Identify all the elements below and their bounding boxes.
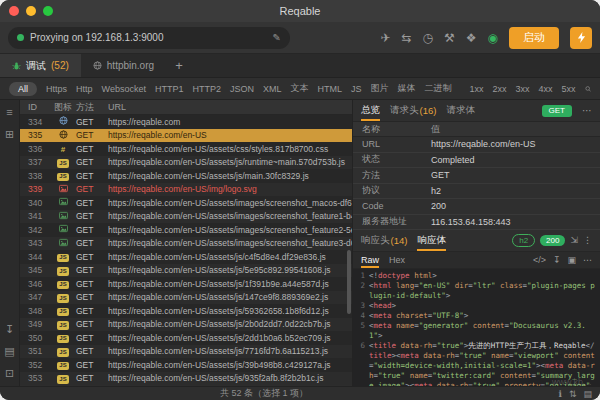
more-icon[interactable]: ⋯ [583,256,592,265]
expand-icon[interactable]: ⇲ [570,236,578,245]
filter-媒体[interactable]: 媒体 [397,82,415,95]
filter-4xx[interactable]: 4xx [539,84,553,94]
filter-3xx[interactable]: 3xx [516,84,530,94]
main-area: ≡⊞ ↧▤⊡ ID 图标 方法 URL 334GEThttps://reqabl… [0,100,600,386]
table-row[interactable]: 344JSGEThttps://reqable.com/en-US/assets… [20,250,352,264]
table-row[interactable]: 338JSGEThttps://reqable.com/en-US/assets… [20,169,352,183]
filter-Websocket[interactable]: Websocket [102,84,146,94]
filter-JS[interactable]: JS [351,84,362,94]
table-row[interactable]: 343GEThttps://reqable.com/en-US/assets/i… [20,237,352,251]
filter-HTML[interactable]: HTML [317,84,342,94]
flash-start-button[interactable] [570,27,592,49]
table-row[interactable]: 336#GEThttps://reqable.com/en-US/assets/… [20,142,352,156]
row-method: GET [76,252,108,262]
tab-总览[interactable]: 总览 [361,100,380,121]
format-icon[interactable]: </> [533,256,546,265]
mirror-icon[interactable]: ⇆ [401,32,411,44]
download-icon[interactable]: ↧ [5,324,14,335]
table-row[interactable]: 349JSGEThttps://reqable.com/en-US/assets… [20,318,352,332]
table-row[interactable]: 348JSGEThttps://reqable.com/en-US/assets… [20,304,352,318]
table-row[interactable]: 337JSGEThttps://reqable.com/en-US/assets… [20,156,352,170]
table-row[interactable]: 352JSGEThttps://reqable.com/en-US/assets… [20,358,352,372]
tab-Raw[interactable]: Raw [361,252,379,268]
table-row[interactable]: 341GEThttps://reqable.com/en-US/assets/i… [20,210,352,224]
table-row[interactable]: 353JSGEThttps://reqable.com/en-US/assets… [20,372,352,386]
timer-icon[interactable]: ◷ [423,32,433,44]
table-header: ID 图标 方法 URL [20,100,352,115]
table-row[interactable]: 351JSGEThttps://reqable.com/en-US/assets… [20,345,352,359]
bug-icon [12,61,21,70]
session-tab-bar: 调试(52) httpbin.org + [0,54,600,78]
zoom-window-button[interactable] [43,6,53,16]
monitor-icon[interactable]: ⊡ [5,368,14,379]
response-body-code[interactable]: 1<!doctype html>2<html lang="en-US" dir=… [353,269,600,386]
table-row[interactable]: 342GEThttps://reqable.com/en-US/assets/i… [20,223,352,237]
table-row[interactable]: 350JSGEThttps://reqable.com/en-US/assets… [20,331,352,345]
css-file-icon: # [61,145,65,154]
filter-All[interactable]: All [9,82,37,96]
table-row[interactable]: 339GEThttps://reqable.com/en-US/img/logo… [20,183,352,197]
column-id[interactable]: ID [20,102,50,112]
filter-HTTP1[interactable]: HTTP1 [155,84,184,94]
docs-icon[interactable]: ▤ [4,346,14,357]
filter-二进制[interactable]: 二进制 [424,82,451,95]
filter-2xx[interactable]: 2xx [493,84,507,94]
list-icon[interactable]: ≡ [6,107,12,118]
tab-请求头[interactable]: 请求头(16) [390,100,436,121]
table-row[interactable]: 340GEThttps://reqable.com/en-US/assets/i… [20,196,352,210]
tab-debug[interactable]: 调试(52) [0,54,81,77]
toolbox-icon[interactable]: ⚒ [444,32,455,44]
column-url[interactable]: URL [108,102,352,112]
filter-JSON[interactable]: JSON [230,84,254,94]
transfer-icon[interactable]: ⇅ [569,389,577,399]
tab-响应体[interactable]: 响应体 [417,230,446,251]
structure-icon[interactable]: ⊞ [5,129,14,140]
log-icon[interactable]: ▤ [583,389,592,399]
edit-proxy-icon[interactable]: ✎ [273,32,281,43]
filter-Https[interactable]: Https [46,84,67,94]
overview-field-name: URL [353,139,427,149]
table-row[interactable]: 335GEThttps://reqable.com/en-US [20,129,352,143]
proxy-status-pill[interactable]: Proxying on 192.168.1.3:9000 ✎ [8,27,290,49]
globe-icon [59,130,68,139]
table-row[interactable]: 345JSGEThttps://reqable.com/en-US/assets… [20,264,352,278]
row-url: https://reqable.com/en-US/assets/js/7716… [108,346,352,356]
new-tab-button[interactable]: + [166,54,192,77]
column-method[interactable]: 方法 [76,101,108,114]
filter-1xx[interactable]: 1xx [469,84,483,94]
network-status-icon[interactable]: ◉ [488,32,498,44]
filter-5xx[interactable]: 5xx [562,84,576,94]
table-scrollbar[interactable] [347,250,351,314]
copy-icon[interactable]: ▣ [567,256,576,265]
info-icon[interactable]: ℹ [559,389,562,399]
table-row[interactable]: 347JSGEThttps://reqable.com/en-US/assets… [20,291,352,305]
row-method: GET [76,306,108,316]
download-icon[interactable]: ↧ [553,256,561,265]
tab-httpbin[interactable]: httpbin.org [81,54,166,77]
more-icon[interactable]: ⋮ [583,236,592,245]
row-url: https://reqable.com/en-US/assets/js/c4f5… [108,252,352,262]
tab-请求体[interactable]: 请求体 [446,100,475,121]
status-code-badge: 200 [540,235,565,247]
tab-Hex[interactable]: Hex [389,252,405,268]
plugin-icon[interactable]: ❖ [466,32,477,44]
more-icon[interactable]: ⋯ [582,105,592,116]
filter-文本[interactable]: 文本 [290,82,308,95]
filter-XML[interactable]: XML [263,84,282,94]
close-window-button[interactable] [9,6,19,16]
column-icon[interactable]: 图标 [50,101,76,114]
start-button[interactable]: 启动 [509,27,559,49]
filter-HTTP2[interactable]: HTTP2 [192,84,221,94]
minimize-window-button[interactable] [26,6,36,16]
table-row[interactable]: 334GEThttps://reqable.com [20,115,352,129]
filter-Http[interactable]: Http [76,84,93,94]
request-table: ID 图标 方法 URL 334GEThttps://reqable.com33… [20,100,352,386]
filter-图片[interactable]: 图片 [370,82,388,95]
table-row[interactable]: 346JSGEThttps://reqable.com/en-US/assets… [20,277,352,291]
composer-icon[interactable]: ✈ [380,32,390,44]
overview-col-value: 值 [427,123,600,136]
search-icon[interactable] [585,84,591,94]
tab-count: (52) [51,60,69,71]
tab-响应头[interactable]: 响应头(14) [361,230,407,251]
tab-label: Raw [361,255,379,265]
